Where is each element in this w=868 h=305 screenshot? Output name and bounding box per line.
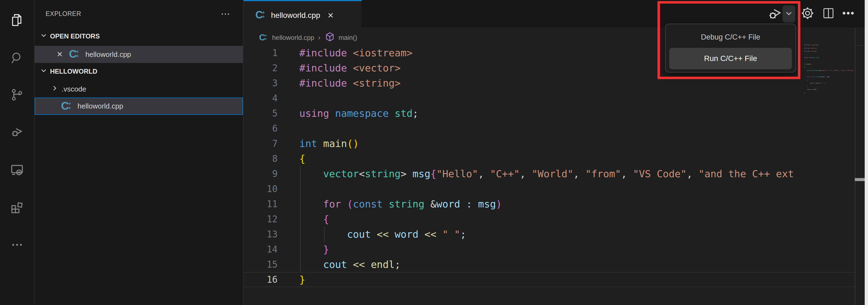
breadcrumb-file[interactable]: helloworld.cpp: [272, 34, 314, 41]
minimap-slider[interactable]: [855, 45, 865, 180]
page-background-strip: [865, 0, 868, 305]
code-text: {: [299, 153, 305, 164]
sidebar-title: EXPLORER: [45, 8, 81, 20]
minimap-line: #include <string>: [804, 50, 855, 53]
split-editor-button[interactable]: [820, 5, 837, 22]
minimap-line: using namespace std;: [804, 56, 855, 59]
code-line[interactable]: 4: [244, 91, 855, 106]
line-number: 2: [244, 63, 278, 73]
minimap-line: #include <iostream>: [804, 43, 855, 47]
line-number: 14: [244, 244, 278, 255]
minimap[interactable]: #include <iostream>#include <vector>#inc…: [804, 43, 855, 98]
section-label: HELLOWORLD: [50, 68, 97, 75]
cpp-file-icon: C++: [69, 48, 81, 60]
chevron-down-icon: [39, 66, 48, 77]
sidebar-item-search[interactable]: [0, 43, 34, 74]
sidebar-item-run-debug[interactable]: [0, 117, 34, 147]
line-number: 11: [244, 199, 278, 209]
tree-item-label: helloworld.cpp: [78, 102, 123, 111]
code-line[interactable]: 12 {: [244, 212, 855, 227]
line-number: 13: [244, 229, 278, 240]
split-editor-icon: [822, 6, 835, 21]
explorer-sidebar: EXPLORER ⋯ OPEN EDITORS ✕ C++ helloworld…: [35, 0, 244, 305]
line-number: 6: [244, 123, 278, 134]
minimap-line: #include <vector>: [804, 47, 855, 50]
code-text: {: [299, 214, 329, 225]
code-text: for (const string &word : msg): [299, 199, 502, 210]
symbol-cube-icon: [324, 31, 336, 44]
line-number: 9: [244, 169, 278, 179]
ellipsis-icon: [9, 237, 25, 254]
scrollbar-thumb[interactable]: [855, 178, 865, 181]
open-editor-item[interactable]: ✕ C++ helloworld.cpp: [35, 46, 243, 63]
explorer-more-actions[interactable]: ⋯: [221, 8, 230, 20]
minimap-line: [804, 72, 855, 75]
code-line[interactable]: 13 cout << word << " ";: [244, 227, 855, 242]
line-number: 5: [244, 108, 278, 119]
minimap-line: [804, 59, 855, 63]
open-editor-filename: helloworld.cpp: [86, 50, 131, 59]
line-number: 8: [244, 153, 278, 164]
tree-item-label: .vscode: [62, 85, 86, 93]
sidebar-item-explorer[interactable]: [0, 5, 34, 36]
code-line[interactable]: 6: [244, 121, 855, 136]
code-line[interactable]: 7int main(): [244, 136, 855, 151]
close-icon[interactable]: ✕: [328, 11, 334, 20]
code-text: }: [299, 244, 329, 255]
tab-helloworld-cpp[interactable]: C++ helloworld.cpp ✕: [244, 0, 362, 30]
code-text: #include <iostream>: [299, 47, 412, 59]
annotation-red-box: [657, 1, 800, 79]
cpp-file-icon: C++: [61, 100, 73, 112]
minimap-line: [804, 53, 855, 56]
editor-code-area[interactable]: 1#include <iostream>2#include <vector>3#…: [244, 45, 855, 305]
minimap-line: for (const string &word : msg): [804, 75, 855, 79]
ellipsis-icon: [841, 6, 855, 22]
minimap-line: {: [804, 66, 855, 69]
code-text: vector<string> msg{"Hello", "C++", "Worl…: [299, 168, 794, 179]
sidebar-item-source-control[interactable]: [0, 80, 34, 111]
settings-button[interactable]: [799, 5, 816, 22]
breadcrumb-separator: ›: [318, 34, 320, 41]
line-number: 16: [244, 274, 278, 285]
code-text: int main(): [299, 138, 359, 149]
tree-item-vscode-folder[interactable]: .vscode: [35, 81, 243, 97]
code-text: using namespace std;: [299, 108, 418, 119]
tree-item-helloworld-cpp[interactable]: C++ helloworld.cpp: [35, 97, 243, 115]
code-line[interactable]: 14 }: [244, 242, 855, 257]
line-number: 1: [244, 48, 278, 58]
code-line[interactable]: 16}: [244, 272, 855, 287]
code-text: cout << endl;: [299, 259, 401, 270]
files-icon: [9, 12, 25, 29]
line-number: 3: [244, 78, 278, 89]
minimap-line: }: [804, 91, 855, 94]
code-text: #include <vector>: [299, 62, 400, 74]
sidebar-item-extensions[interactable]: [0, 192, 34, 222]
chevron-down-icon: [39, 31, 48, 41]
breadcrumb-symbol[interactable]: main(): [338, 34, 357, 41]
code-line[interactable]: 5using namespace std;: [244, 106, 855, 121]
branch-icon: [9, 87, 25, 103]
code-line[interactable]: 8{: [244, 151, 855, 166]
code-text: cout << word << " ";: [299, 228, 466, 240]
minimap-line: {: [804, 79, 855, 82]
extensions-icon: [9, 199, 25, 216]
vscode-window: EXPLORER ⋯ OPEN EDITORS ✕ C++ helloworld…: [0, 0, 868, 305]
cpp-file-icon: C++: [259, 33, 269, 42]
editor-more-actions[interactable]: [840, 5, 857, 22]
code-line[interactable]: 10: [244, 181, 855, 196]
activity-more-actions[interactable]: [0, 230, 34, 261]
close-icon[interactable]: ✕: [57, 50, 63, 59]
code-line[interactable]: 9 vector<string> msg{"Hello", "C++", "Wo…: [244, 166, 855, 181]
section-open-editors[interactable]: OPEN EDITORS: [35, 28, 243, 44]
search-icon: [9, 50, 25, 67]
code-line[interactable]: 15 cout << endl;: [244, 257, 855, 272]
section-helloworld[interactable]: HELLOWORLD: [35, 63, 243, 80]
code-text: }: [299, 274, 305, 285]
gear-icon: [800, 6, 815, 22]
minimap-line: }: [804, 85, 855, 88]
section-label: OPEN EDITORS: [50, 32, 100, 40]
code-line[interactable]: 11 for (const string &word : msg): [244, 196, 855, 212]
minimap-line: cout << endl;: [804, 88, 855, 91]
line-number: 10: [244, 184, 278, 194]
sidebar-item-remote-explorer[interactable]: [0, 155, 34, 186]
